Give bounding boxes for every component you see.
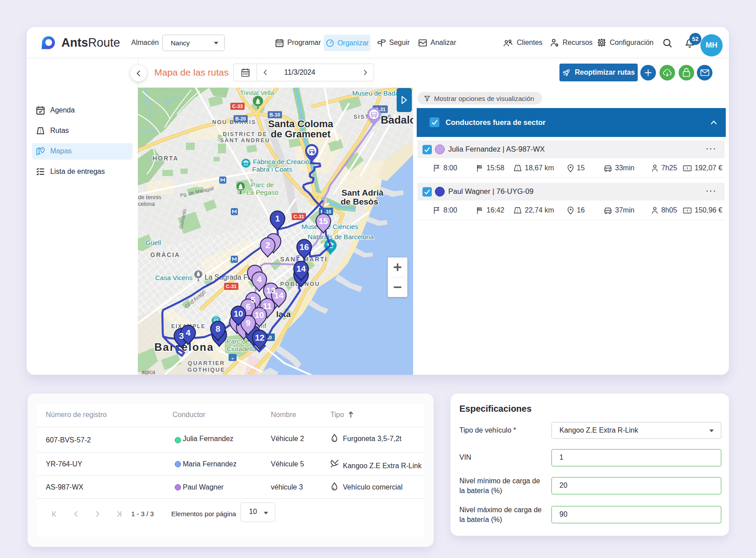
svg-text:Parc de: Parc de (251, 181, 274, 189)
svg-text:12: 12 (255, 333, 264, 342)
svg-text:11: 11 (263, 301, 272, 311)
svg-text:10: 10 (233, 309, 243, 318)
svg-text:C-31: C-31 (226, 284, 237, 289)
svg-text:14: 14 (296, 264, 306, 273)
svg-text:8: 8 (216, 324, 221, 333)
svg-text:3: 3 (179, 331, 184, 341)
svg-text:15: 15 (318, 217, 328, 226)
svg-text:de tennis: de tennis (138, 194, 161, 201)
svg-text:Trinitat Vella: Trinitat Vella (240, 89, 274, 96)
svg-text:4: 4 (257, 275, 262, 284)
svg-text:Casa Vicens: Casa Vicens (155, 274, 193, 281)
svg-text:9: 9 (246, 318, 251, 328)
svg-text:1: 1 (275, 214, 280, 223)
svg-text:de Besòs: de Besòs (341, 197, 378, 206)
svg-text:Ciutadella: Ciutadella (227, 345, 257, 353)
svg-text:Fàbrica de Creació: Fàbrica de Creació (253, 158, 310, 165)
svg-text:La Pegaso: La Pegaso (246, 189, 278, 196)
svg-text:Santa Coloma: Santa Coloma (268, 118, 334, 129)
svg-text:DISTRICT DE: DISTRICT DE (223, 131, 267, 137)
svg-text:16: 16 (299, 242, 309, 252)
svg-text:HORTA: HORTA (153, 155, 179, 162)
svg-text:SANT ANDREU: SANT ANDREU (220, 137, 270, 144)
svg-text:6: 6 (246, 302, 251, 311)
svg-text:celona: celona (138, 201, 155, 207)
svg-text:14: 14 (274, 291, 284, 300)
svg-text:Badalona: Badalona (381, 114, 413, 126)
svg-text:10: 10 (254, 310, 264, 320)
svg-text:5: 5 (251, 295, 256, 305)
svg-text:B-10: B-10 (269, 112, 280, 117)
svg-text:GRÀCIA: GRÀCIA (150, 251, 180, 258)
svg-text:4: 4 (186, 328, 191, 337)
svg-text:C-33: C-33 (232, 104, 243, 109)
svg-text:agica: agica (141, 369, 156, 375)
svg-text:Güell: Güell (145, 239, 161, 246)
svg-text:2: 2 (265, 241, 270, 250)
svg-text:Sant Adrià: Sant Adrià (342, 188, 384, 197)
svg-text:Fabra i Coats: Fabra i Coats (252, 165, 292, 173)
svg-text:QUARTIER: QUARTIER (188, 360, 225, 366)
svg-text:B-20: B-20 (235, 116, 246, 121)
svg-text:GOTHIQUE: GOTHIQUE (187, 366, 225, 373)
svg-text:C-31: C-31 (294, 214, 304, 219)
svg-text:de Gramenet: de Gramenet (271, 128, 331, 140)
